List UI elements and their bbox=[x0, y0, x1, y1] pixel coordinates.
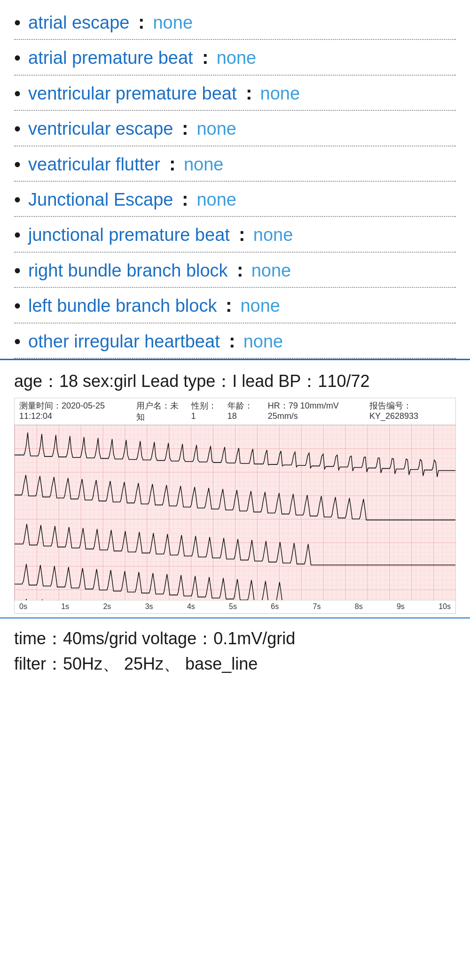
bullet-other-irregular-heartbeat: • bbox=[14, 331, 21, 352]
ecg-time-3s: 3s bbox=[145, 602, 153, 611]
item-colon-junctional-escape: ： bbox=[176, 188, 194, 211]
item-label-other-irregular-heartbeat: other irregular heartbeat bbox=[28, 330, 220, 353]
patient-info-text: age：18 sex:girl Lead type：I lead BP：110/… bbox=[14, 369, 456, 394]
svg-rect-2 bbox=[15, 425, 455, 614]
ecg-time-8s: 8s bbox=[355, 602, 363, 611]
item-label-veatricular-flutter: veatricular flutter bbox=[28, 153, 160, 176]
ecg-header: 测量时间：2020-05-25 11:12:04 用户名：未知 性别：1 年龄：… bbox=[15, 398, 455, 425]
item-colon-atrial-premature-beat: ： bbox=[196, 46, 214, 69]
bullet-veatricular-flutter: • bbox=[14, 154, 21, 175]
technical-info-line1: time：40ms/grid voltage：0.1mV/grid bbox=[14, 626, 456, 651]
item-label-left-bundle-branch-block: left bundle branch block bbox=[28, 294, 217, 317]
item-text-ventricular-escape: ventricular escape ： none bbox=[28, 117, 236, 140]
item-value-veatricular-flutter: none bbox=[184, 153, 224, 176]
bullet-junctional-escape: • bbox=[14, 189, 21, 210]
ecg-image-container: 测量时间：2020-05-25 11:12:04 用户名：未知 性别：1 年龄：… bbox=[14, 398, 456, 614]
item-value-left-bundle-branch-block: none bbox=[240, 294, 280, 317]
item-text-junctional-premature-beat: junctional premature beat ： none bbox=[28, 224, 293, 247]
findings-list: • atrial escape ： none • atrial prematur… bbox=[0, 0, 470, 359]
item-colon-veatricular-flutter: ： bbox=[163, 153, 181, 176]
item-colon-ventricular-escape: ： bbox=[176, 117, 194, 140]
list-item-junctional-premature-beat: • junctional premature beat ： none bbox=[14, 217, 456, 252]
item-text-veatricular-flutter: veatricular flutter ： none bbox=[28, 153, 223, 176]
item-text-ventricular-premature-beat: ventricular premature beat ： none bbox=[28, 82, 300, 105]
item-colon-left-bundle-branch-block: ： bbox=[219, 294, 237, 317]
bullet-left-bundle-branch-block: • bbox=[14, 295, 21, 316]
ecg-header-sex: 性别：1 bbox=[191, 400, 218, 423]
list-item-atrial-premature-beat: • atrial premature beat ： none bbox=[14, 40, 456, 75]
item-colon-other-irregular-heartbeat: ： bbox=[223, 330, 241, 353]
list-item-junctional-escape: • Junctional Escape ： none bbox=[14, 182, 456, 217]
item-value-junctional-escape: none bbox=[196, 188, 236, 211]
bullet-atrial-premature-beat: • bbox=[14, 47, 21, 69]
list-item-ventricular-escape: • ventricular escape ： none bbox=[14, 111, 456, 146]
item-text-other-irregular-heartbeat: other irregular heartbeat ： none bbox=[28, 330, 283, 353]
bullet-ventricular-premature-beat: • bbox=[14, 83, 21, 104]
item-value-other-irregular-heartbeat: none bbox=[243, 330, 283, 353]
ecg-time-7s: 7s bbox=[313, 602, 321, 611]
item-text-atrial-premature-beat: atrial premature beat ： none bbox=[28, 46, 256, 69]
ecg-time-4s: 4s bbox=[187, 602, 195, 611]
ecg-header-time: 测量时间：2020-05-25 11:12:04 bbox=[19, 400, 127, 423]
list-item-other-irregular-heartbeat: • other irregular heartbeat ： none bbox=[14, 324, 456, 359]
item-colon-right-bundle-branch-block: ： bbox=[231, 259, 249, 282]
item-text-right-bundle-branch-block: right bundle branch block ： none bbox=[28, 259, 291, 282]
bullet-junctional-premature-beat: • bbox=[14, 224, 21, 246]
item-label-atrial-premature-beat: atrial premature beat bbox=[28, 46, 193, 69]
item-value-ventricular-premature-beat: none bbox=[260, 82, 300, 105]
patient-info-section: age：18 sex:girl Lead type：I lead BP：110/… bbox=[0, 359, 470, 617]
ecg-time-5s: 5s bbox=[229, 602, 237, 611]
ecg-header-hr: HR：79 10mm/mV 25mm/s bbox=[268, 400, 360, 423]
list-item-right-bundle-branch-block: • right bundle branch block ： none bbox=[14, 253, 456, 288]
ecg-time-9s: 9s bbox=[397, 602, 405, 611]
list-item-atrial-escape: • atrial escape ： none bbox=[14, 5, 456, 40]
ecg-header-user: 用户名：未知 bbox=[136, 400, 181, 423]
item-label-ventricular-escape: ventricular escape bbox=[28, 117, 173, 140]
ecg-time-2s: 2s bbox=[103, 602, 111, 611]
bullet-right-bundle-branch-block: • bbox=[14, 260, 21, 281]
item-text-junctional-escape: Junctional Escape ： none bbox=[28, 188, 236, 211]
item-label-right-bundle-branch-block: right bundle branch block bbox=[28, 259, 228, 282]
ecg-footer: 0s 1s 2s 3s 4s 5s 6s 7s 8s 9s 10s bbox=[15, 600, 455, 613]
list-item-veatricular-flutter: • veatricular flutter ： none bbox=[14, 147, 456, 182]
ecg-time-0s: 0s bbox=[19, 602, 27, 611]
ecg-time-6s: 6s bbox=[271, 602, 279, 611]
ecg-header-id: 报告编号：KY_2628933 bbox=[369, 400, 451, 423]
list-item-ventricular-premature-beat: • ventricular premature beat ： none bbox=[14, 76, 456, 111]
item-colon-ventricular-premature-beat: ： bbox=[240, 82, 258, 105]
bullet-atrial-escape: • bbox=[14, 12, 21, 33]
item-label-junctional-escape: Junctional Escape bbox=[28, 188, 173, 211]
ecg-waveform-svg bbox=[15, 425, 455, 614]
item-label-atrial-escape: atrial escape bbox=[28, 11, 129, 34]
technical-info-line2: filter：50Hz、 25Hz、 base_line bbox=[14, 651, 456, 677]
item-text-left-bundle-branch-block: left bundle branch block ： none bbox=[28, 294, 280, 317]
item-value-junctional-premature-beat: none bbox=[253, 224, 293, 247]
item-label-ventricular-premature-beat: ventricular premature beat bbox=[28, 82, 237, 105]
item-value-atrial-escape: none bbox=[153, 11, 193, 34]
item-value-right-bundle-branch-block: none bbox=[251, 259, 291, 282]
item-text-atrial-escape: atrial escape ： none bbox=[28, 11, 193, 34]
item-value-ventricular-escape: none bbox=[196, 117, 236, 140]
ecg-time-1s: 1s bbox=[61, 602, 69, 611]
item-colon-junctional-premature-beat: ： bbox=[233, 224, 251, 247]
bullet-ventricular-escape: • bbox=[14, 118, 21, 139]
ecg-header-age: 年龄：18 bbox=[227, 400, 258, 423]
ecg-time-10s: 10s bbox=[439, 602, 451, 611]
item-value-atrial-premature-beat: none bbox=[217, 46, 257, 69]
item-label-junctional-premature-beat: junctional premature beat bbox=[28, 224, 230, 247]
list-item-left-bundle-branch-block: • left bundle branch block ： none bbox=[14, 288, 456, 323]
item-colon-atrial-escape: ： bbox=[132, 11, 150, 34]
technical-info-section: time：40ms/grid voltage：0.1mV/grid filter… bbox=[0, 617, 470, 686]
